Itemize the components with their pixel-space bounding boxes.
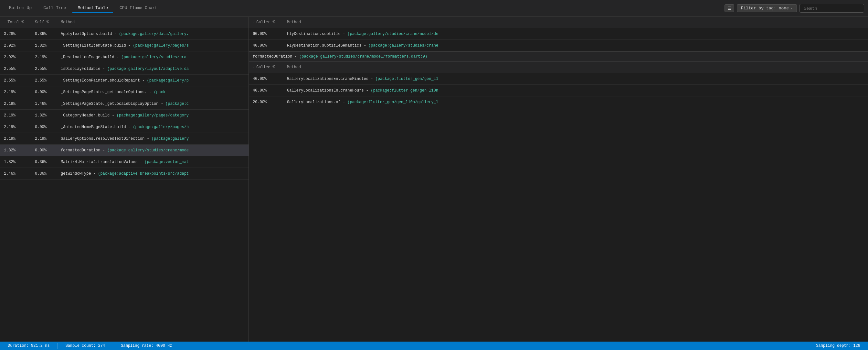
tab-call-tree[interactable]: Call Tree <box>38 4 71 13</box>
cell-self: 1.82% <box>32 41 58 50</box>
cell-total: 2.55% <box>0 65 32 73</box>
search-input[interactable] <box>800 4 864 12</box>
table-row[interactable]: 60.00% FlyDestination.subtitle - (packag… <box>249 28 868 40</box>
method-link[interactable]: (package:gallery <box>152 137 189 141</box>
toolbar: Bottom Up Call Tree Method Table CPU Fla… <box>0 0 868 17</box>
table-row[interactable]: 2.55% 2.55% _SettingsIconPainter.shouldR… <box>0 75 249 86</box>
table-row[interactable]: 1.82% 0.00% formattedDuration - (package… <box>0 145 249 156</box>
callee-method-link[interactable]: (package:flutter_gen/gen_l10n/gallery_l <box>347 100 438 105</box>
cell-total: 2.19% <box>0 99 32 108</box>
cell-method: _AnimatedHomePageState.build - (package:… <box>58 123 249 131</box>
cell-total: 1.82% <box>0 146 32 155</box>
sort-arrow-icon-callee: ↓ <box>253 65 255 69</box>
cell-self: 0.36% <box>32 30 58 38</box>
cell-callee-percent: 20.00% <box>249 98 284 107</box>
filter-tag-label: Filter by tag: none <box>741 6 789 11</box>
table-row[interactable]: 2.19% 1.82% _CategoryHeader.build - (pac… <box>0 110 249 121</box>
left-table-header: ↓ Total % Self % Method <box>0 17 249 28</box>
selected-method-link[interactable]: (package:gallery/studies/crane/model/for… <box>299 54 427 59</box>
method-link[interactable]: (package:vector_mat <box>145 160 189 164</box>
table-row[interactable]: 2.19% 1.46% _SettingsPageState._getLocal… <box>0 98 249 110</box>
table-row[interactable]: 2.92% 1.82% _SettingsListItemState.build… <box>0 40 249 52</box>
cell-self: 2.55% <box>32 76 58 85</box>
table-row[interactable]: 40.00% GalleryLocalizationsEn.craneHours… <box>249 85 868 96</box>
method-link[interactable]: (package:gallery/pages/h <box>133 125 189 129</box>
cell-total: 3.28% <box>0 30 32 38</box>
main-content: ↓ Total % Self % Method 3.28% 0.36% Appl… <box>0 17 868 342</box>
sort-arrow-icon: ↓ <box>4 20 6 25</box>
method-link[interactable]: (pack <box>154 90 165 94</box>
cell-method: getWindowType - (package:adaptive_breakp… <box>58 170 249 178</box>
method-link[interactable]: (package:gallery/p <box>147 78 189 83</box>
cell-caller-method: FlyDestination.subtitle - (package:galle… <box>284 30 868 38</box>
cell-method: _CategoryHeader.build - (package:gallery… <box>58 111 249 120</box>
method-link[interactable]: (package:gallery/studies/cra <box>121 55 186 60</box>
filter-tag-dropdown[interactable]: Filter by tag: none ▾ <box>737 4 797 12</box>
cell-total: 2.19% <box>0 135 32 143</box>
cell-total: 2.19% <box>0 123 32 131</box>
table-row[interactable]: 1.82% 0.36% Matrix4.Matrix4.translationV… <box>0 156 249 168</box>
cell-self: 0.00% <box>32 146 58 155</box>
table-row[interactable]: 3.28% 0.36% ApplyTextOptions.build - (pa… <box>0 28 249 40</box>
cell-method: _SettingsPageState._getLocaleDisplayOpti… <box>58 99 249 108</box>
table-row[interactable]: 40.00% GalleryLocalizationsEn.craneMinut… <box>249 73 868 85</box>
col-callee-header: ↓ Callee % <box>249 64 284 71</box>
right-panel: ↓ Caller % Method 60.00% FlyDestination.… <box>249 17 868 342</box>
cell-self: 0.00% <box>32 123 58 131</box>
caller-method-link[interactable]: (package:gallery/studies/crane <box>368 43 438 48</box>
callee-method-link[interactable]: (package:flutter_gen/gen_l10n <box>371 88 438 93</box>
method-link[interactable]: (package:gallery/layout/adaptive.da <box>107 67 189 71</box>
col-self-header: Self % <box>32 19 58 26</box>
cell-self: 1.46% <box>32 99 58 108</box>
table-row[interactable]: 40.00% FlyDestination.subtitleSemantics … <box>249 40 868 52</box>
cell-callee-percent: 40.00% <box>249 86 284 95</box>
callee-table-body[interactable]: 40.00% GalleryLocalizationsEn.craneMinut… <box>249 73 868 342</box>
col-caller-method-header: Method <box>284 19 868 26</box>
callee-method-link[interactable]: (package:flutter_gen/gen_l1 <box>375 77 438 81</box>
col-method-header: Method <box>58 19 249 26</box>
cell-self: 0.36% <box>32 170 58 178</box>
status-duration: Duration: 921.2 ms <box>0 343 58 349</box>
sort-arrow-icon-caller: ↓ <box>253 20 255 25</box>
cell-method: formattedDuration - (package:gallery/stu… <box>58 146 249 155</box>
caller-method-link[interactable]: (package:gallery/studies/crane/model/de <box>347 32 438 36</box>
tab-bottom-up[interactable]: Bottom Up <box>4 4 37 13</box>
caller-table-body[interactable]: 60.00% FlyDestination.subtitle - (packag… <box>249 28 868 52</box>
cell-total: 2.19% <box>0 88 32 96</box>
chevron-down-icon: ▾ <box>791 6 793 10</box>
callee-table-header: ↓ Callee % Method <box>249 62 868 73</box>
table-row[interactable]: 2.19% 2.19% GalleryOptions.resolvedTextD… <box>0 133 249 145</box>
left-table-body[interactable]: 3.28% 0.36% ApplyTextOptions.build - (pa… <box>0 28 249 342</box>
tab-method-table[interactable]: Method Table <box>72 4 113 13</box>
table-row[interactable]: 2.55% 2.55% isDisplayFoldable - (package… <box>0 63 249 75</box>
selected-method-name: formattedDuration <box>253 54 292 59</box>
method-link[interactable]: (package:c <box>165 101 189 106</box>
filter-icon-button[interactable]: ☰ <box>724 4 734 12</box>
cell-callee-method: GalleryLocalizationsEn.craneMinutes - (p… <box>284 75 868 83</box>
cell-self: 0.36% <box>32 158 58 166</box>
col-total-header: ↓ Total % <box>0 19 32 26</box>
table-row[interactable]: 2.92% 2.19% _DestinationImage.build - (p… <box>0 52 249 63</box>
method-link[interactable]: (package:gallery/pages/s <box>133 43 189 48</box>
cell-total: 2.92% <box>0 41 32 50</box>
table-row[interactable]: 20.00% GalleryLocalizations.of - (packag… <box>249 96 868 108</box>
table-row[interactable]: 2.19% 0.00% _AnimatedHomePageState.build… <box>0 121 249 133</box>
table-row[interactable]: 1.46% 0.36% getWindowType - (package:ada… <box>0 168 249 179</box>
tab-cpu-flame-chart[interactable]: CPU Flame Chart <box>115 4 162 13</box>
cell-self: 2.19% <box>32 135 58 143</box>
col-caller-header: ↓ Caller % <box>249 19 284 26</box>
method-link[interactable]: (package:gallery/data/gallery. <box>119 32 189 36</box>
cell-caller-percent: 60.00% <box>249 30 284 38</box>
status-sampling-rate: Sampling rate: 4000 Hz <box>113 343 180 349</box>
cell-callee-method: GalleryLocalizationsEn.craneHours - (pac… <box>284 86 868 95</box>
table-row[interactable]: 2.19% 0.00% _SettingsPageState._getLocal… <box>0 86 249 98</box>
method-link[interactable]: (package:gallery/pages/category <box>117 113 189 118</box>
cell-callee-method: GalleryLocalizations.of - (package:flutt… <box>284 98 868 107</box>
method-link[interactable]: (package:adaptive_breakpoints/src/adapt <box>98 171 189 176</box>
method-link[interactable]: (package:gallery/studies/crane/mode <box>107 148 189 153</box>
cell-self: 2.55% <box>32 65 58 73</box>
cell-caller-percent: 40.00% <box>249 41 284 50</box>
cell-method: _SettingsIconPainter.shouldRepaint - (pa… <box>58 76 249 85</box>
cell-self: 1.82% <box>32 111 58 120</box>
status-sampling-depth: Sampling depth: 128 <box>180 343 868 349</box>
